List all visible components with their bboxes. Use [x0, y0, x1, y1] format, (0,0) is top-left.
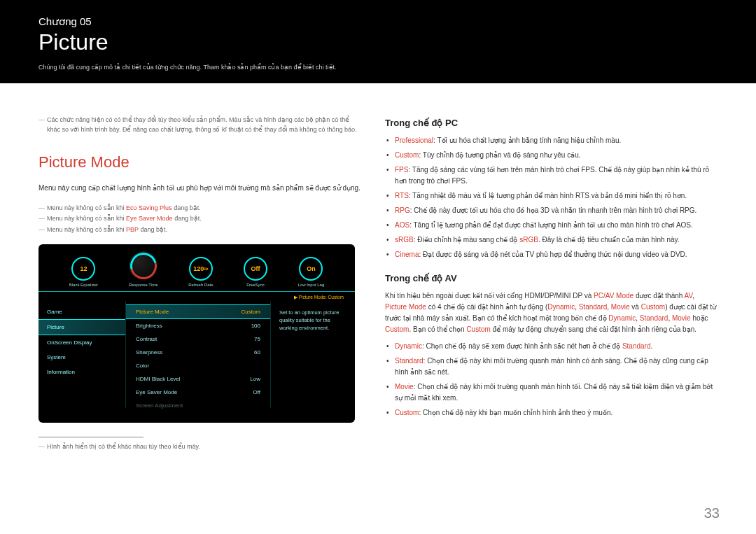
- list-item: RTS: Tăng nhiệt độ màu và tỉ lệ tương ph…: [385, 190, 718, 202]
- osd-row-color: Color: [126, 359, 270, 372]
- right-column: Trong chế độ PC Professional: Tối ưu hóa…: [385, 115, 718, 452]
- note-pbp: Menu này không có sẵn khi PBP đang bật.: [38, 225, 360, 234]
- gauge-black-equalizer: 12 Black Equalizer: [69, 257, 98, 287]
- note-top: Các chức năng hiện có có thể thay đổi tù…: [38, 115, 360, 135]
- osd-row-contrast: Contrast75: [126, 332, 270, 346]
- osd-mode-indicator: ▶ Picture Mode: Custom: [38, 292, 355, 302]
- av-mode-list: Dynamic: Chọn chế độ này sẽ xem được hìn…: [385, 341, 718, 419]
- osd-row-brightness: Brightness100: [126, 319, 270, 332]
- osd-screenshot: 12 Black Equalizer Response Time 120Hz R…: [38, 244, 355, 423]
- pc-mode-list: Professional: Tối ưu hóa chất lượng ảnh …: [385, 135, 718, 260]
- osd-description: Set to an optimum picture quality suitab…: [271, 302, 355, 408]
- osd-row-hdmi-black-level: HDMI Black LevelLow: [126, 372, 270, 386]
- left-column: Các chức năng hiện có có thể thay đổi tù…: [38, 115, 360, 452]
- gauge-refresh-rate: 120Hz Refresh Rate: [188, 257, 213, 287]
- subhead-av-mode: Trong chế độ AV: [385, 273, 718, 283]
- av-intro-paragraph: Khi tín hiệu bên ngoài được kết nối với …: [385, 290, 718, 335]
- list-item: AOS: Tăng tỉ lệ tương phản để đạt được c…: [385, 220, 718, 231]
- gauge-response-time: Response Time: [129, 251, 158, 287]
- list-item: FPS: Tăng độ sáng các vùng tối hơn trên …: [385, 164, 718, 187]
- osd-row-picture-mode: Picture ModeCustom: [126, 304, 270, 319]
- term-pbp: PBP: [126, 226, 139, 233]
- subhead-pc-mode: Trong chế độ PC: [385, 118, 718, 128]
- osd-row-sharpness: Sharpness60: [126, 346, 270, 359]
- page-header: Chương 05 Picture Chúng tôi đã cung cấp …: [0, 0, 756, 83]
- osd-nav-game: Game: [38, 304, 125, 319]
- list-item: Standard: Chọn chế độ này khi môi trường…: [385, 356, 718, 378]
- page-number: 33: [704, 505, 720, 521]
- intro-text: Menu này cung cấp chất lượng hình ảnh tố…: [38, 183, 360, 193]
- footnote-rule: [38, 437, 144, 437]
- list-item: Custom: Tùy chỉnh độ tương phản và độ sá…: [385, 150, 718, 161]
- osd-body: Game Picture OnScreen Display System Inf…: [38, 302, 355, 408]
- osd-gauge-row: 12 Black Equalizer Response Time 120Hz R…: [38, 244, 355, 292]
- list-item: Movie: Chọn chế độ này khi môi trường qu…: [385, 381, 718, 404]
- page-subtitle: Chúng tôi đã cung cấp mô tả chi tiết của…: [38, 64, 718, 71]
- list-item: Cinema: Đạt được độ sáng và độ nét của T…: [385, 249, 718, 260]
- list-item: Custom: Chọn chế độ này khi bạn muốn chỉ…: [385, 407, 718, 419]
- list-item: Professional: Tối ưu hóa chất lượng ảnh …: [385, 135, 718, 146]
- footnote: Hình ảnh hiển thị có thể khác nhau tùy t…: [38, 442, 360, 451]
- section-title-picture-mode: Picture Mode: [38, 153, 360, 171]
- osd-nav-information: Information: [38, 365, 125, 379]
- dial-icon: [129, 251, 158, 281]
- osd-settings-list: Picture ModeCustom Brightness100 Contras…: [125, 302, 271, 408]
- content-area: Các chức năng hiện có có thể thay đổi tù…: [0, 83, 756, 452]
- osd-nav-system: System: [38, 350, 125, 365]
- list-item: RPG: Chế độ này được tối ưu hóa cho đồ h…: [385, 205, 718, 216]
- osd-nav-onscreen-display: OnScreen Display: [38, 335, 125, 350]
- osd-row-eye-saver-mode: Eye Saver ModeOff: [126, 386, 270, 399]
- gauge-low-input-lag: On Low Input Lag: [298, 257, 325, 287]
- term-eye-saver-mode: Eye Saver Mode: [126, 215, 173, 222]
- osd-nav: Game Picture OnScreen Display System Inf…: [38, 302, 125, 408]
- note-eco-saving: Menu này không có sẵn khi Eco Saving Plu…: [38, 203, 360, 213]
- osd-row-screen-adjustment: Screen Adjustment: [126, 399, 270, 412]
- term-eco-saving-plus: Eco Saving Plus: [126, 204, 172, 211]
- note-eye-saver: Menu này không có sẵn khi Eye Saver Mode…: [38, 213, 360, 223]
- page-title: Picture: [38, 29, 718, 55]
- list-item: Dynamic: Chọn chế độ này sẽ xem được hìn…: [385, 341, 718, 352]
- osd-nav-picture: Picture: [38, 319, 125, 335]
- chapter-label: Chương 05: [38, 15, 718, 28]
- list-item: sRGB: Điều chỉnh hệ màu sang chế độ sRGB…: [385, 234, 718, 246]
- gauge-freesync: Off FreeSync: [244, 257, 267, 287]
